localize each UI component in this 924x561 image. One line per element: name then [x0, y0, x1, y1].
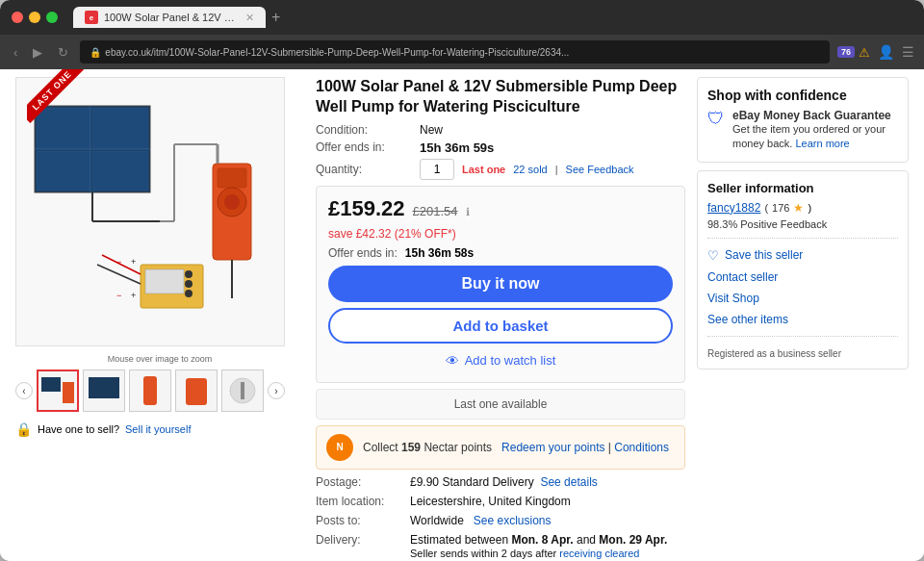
thumbnail-4[interactable] — [175, 370, 218, 412]
guarantee-text-block: eBay Money Back Guarantee Get the item y… — [732, 109, 898, 152]
guarantee-title: eBay Money Back Guarantee — [732, 109, 898, 122]
svg-rect-32 — [143, 376, 157, 405]
confidence-title: Shop with confidence — [707, 88, 898, 103]
svg-point-23 — [224, 194, 240, 210]
svg-rect-31 — [89, 377, 119, 398]
nectar-collect-text: Collect 159 Nectar points — [363, 441, 501, 454]
active-tab[interactable]: e 100W Solar Panel & 12V Subme... ✕ — [73, 7, 266, 28]
watch-icon: 👁 — [446, 353, 459, 369]
offer-ends-timer: 15h 36m 59s — [420, 140, 494, 155]
price-original: £201.54 — [413, 204, 458, 218]
svg-point-12 — [185, 280, 192, 288]
divider-1 — [707, 238, 898, 239]
quantity-input[interactable] — [420, 159, 454, 180]
sell-yourself-link[interactable]: Sell it yourself — [125, 423, 191, 435]
tab-favicon: e — [85, 11, 98, 24]
svg-point-13 — [185, 290, 192, 297]
item-details: Condition: New Offer ends in: 15h 36m 59… — [316, 123, 685, 180]
sell-section: 🔒 Have one to sell? Sell it yourself — [15, 421, 304, 437]
price-savings: save £42.32 (21% OFF*) — [328, 227, 673, 241]
url-input[interactable]: 🔒 ebay.co.uk/itm/100W-Solar-Panel-12V-Su… — [80, 40, 830, 64]
thumbnail-next-button[interactable]: › — [268, 382, 285, 399]
seller-name-row: fancy1882 ( 176 ★ ) — [707, 201, 898, 215]
seller-name-link[interactable]: fancy1882 — [707, 201, 760, 215]
lock-icon: 🔒 — [90, 47, 101, 58]
offer-ends-label: Offer ends in: — [316, 140, 412, 154]
see-exclusions-link[interactable]: See exclusions — [474, 514, 552, 527]
sold-count-link[interactable]: 22 sold — [513, 164, 547, 175]
url-text: ebay.co.uk/itm/100W-Solar-Panel-12V-Subm… — [105, 47, 569, 58]
svg-rect-10 — [145, 269, 184, 293]
item-location-label: Item location: — [316, 495, 402, 508]
left-panel: − + − + — [15, 77, 304, 561]
item-location-row: Item location: Leicestershire, United Ki… — [316, 495, 685, 508]
see-details-link[interactable]: See details — [540, 475, 597, 489]
last-available-bar: Last one available — [316, 389, 685, 420]
delivery-label: Delivery: — [316, 533, 402, 561]
registered-text: Registered as a business seller — [707, 348, 898, 359]
feedback-percentage: 98.3% Positive Feedback — [707, 218, 898, 230]
contact-seller-link[interactable]: Contact seller — [707, 268, 898, 286]
refresh-button[interactable]: ↻ — [54, 43, 72, 62]
tab-bar: e 100W Solar Panel & 12V Subme... ✕ + — [73, 7, 912, 28]
price-current: £159.22 — [328, 196, 405, 221]
item-location-value: Leicestershire, United Kingdom — [410, 495, 571, 508]
zoom-hint: Mouse over image to zoom — [15, 354, 304, 364]
back-button[interactable]: ‹ — [10, 43, 21, 62]
delivery-row: Delivery: Estimated between Mon. 8 Apr. … — [316, 533, 685, 561]
thumbnail-1[interactable] — [37, 370, 79, 412]
learn-more-link[interactable]: Learn more — [795, 138, 849, 149]
ribbon-text: LAST ONE — [27, 69, 85, 123]
postage-section: Postage: £9.90 Standard Delivery See det… — [316, 475, 685, 561]
guarantee-body: Get the item you ordered or your money b… — [732, 122, 898, 152]
nectar-logo: N — [326, 434, 353, 461]
save-seller-action[interactable]: ♡ Save this seller — [707, 246, 898, 265]
cleared-payment-link[interactable]: receiving cleared payment. — [410, 548, 639, 561]
visit-shop-link[interactable]: Visit Shop — [707, 290, 898, 307]
svg-line-19 — [97, 265, 141, 284]
svg-rect-4 — [92, 151, 148, 191]
close-button[interactable] — [12, 12, 23, 23]
seller-rating-number: 176 — [772, 202, 789, 214]
svg-text:+: + — [131, 291, 136, 300]
nectar-conditions-link[interactable]: Conditions — [614, 441, 669, 454]
thumbnail-3[interactable] — [129, 370, 171, 412]
offer-ends-row: Offer ends in: 15h 36m 59s — [316, 140, 685, 155]
sell-icon: 🔒 — [15, 421, 32, 437]
see-other-items-link[interactable]: See other items — [707, 311, 898, 328]
nectar-redeem-link[interactable]: Redeem your points — [501, 441, 604, 454]
thumbnail-5[interactable] — [221, 370, 264, 412]
account-icon[interactable]: 👤 — [878, 44, 894, 60]
product-title: 100W Solar Panel & 12V Submersible Pump … — [316, 77, 685, 117]
thumbnail-strip: ‹ — [15, 370, 304, 412]
posts-to-value: Worldwide See exclusions — [410, 514, 552, 527]
seller-star-icon: ★ — [793, 201, 804, 215]
security-icons: 76 ⚠ — [837, 45, 870, 60]
offer-ends-label-2: Offer ends in: — [328, 246, 398, 260]
new-tab-button[interactable]: + — [271, 9, 280, 26]
right-panel: Shop with confidence 🛡 eBay Money Back G… — [697, 77, 909, 561]
minimize-button[interactable] — [29, 12, 40, 23]
price-section: £159.22 £201.54 ℹ save £42.32 (21% OFF*)… — [316, 186, 685, 383]
seller-info-title: Seller information — [707, 181, 898, 195]
posts-to-label: Posts to: — [316, 514, 402, 527]
thumbnail-prev-button[interactable]: ‹ — [15, 382, 33, 399]
buy-it-now-button[interactable]: Buy it now — [328, 266, 673, 302]
divider-2 — [707, 336, 898, 337]
posts-to-row: Posts to: Worldwide See exclusions — [316, 514, 685, 527]
traffic-lights — [12, 12, 58, 23]
svg-rect-2 — [92, 108, 148, 149]
add-to-basket-button[interactable]: Add to basket — [328, 308, 673, 344]
forward-button[interactable]: ▶ — [29, 43, 46, 62]
add-to-watchlist-button[interactable]: 👁 Add to watch list — [328, 349, 673, 372]
maximize-button[interactable] — [46, 12, 58, 23]
seller-box: Seller information fancy1882 ( 176 ★ ) 9… — [697, 170, 909, 370]
svg-text:−: − — [116, 291, 121, 300]
svg-rect-35 — [241, 382, 244, 399]
address-action-icons: 👤 ☰ — [878, 44, 914, 60]
thumbnail-2[interactable] — [83, 370, 125, 412]
menu-icon[interactable]: ☰ — [902, 44, 914, 60]
tab-close-button[interactable]: ✕ — [245, 12, 254, 24]
quantity-label: Quantity: — [316, 163, 412, 176]
see-feedback-link[interactable]: See Feedback — [566, 164, 634, 175]
